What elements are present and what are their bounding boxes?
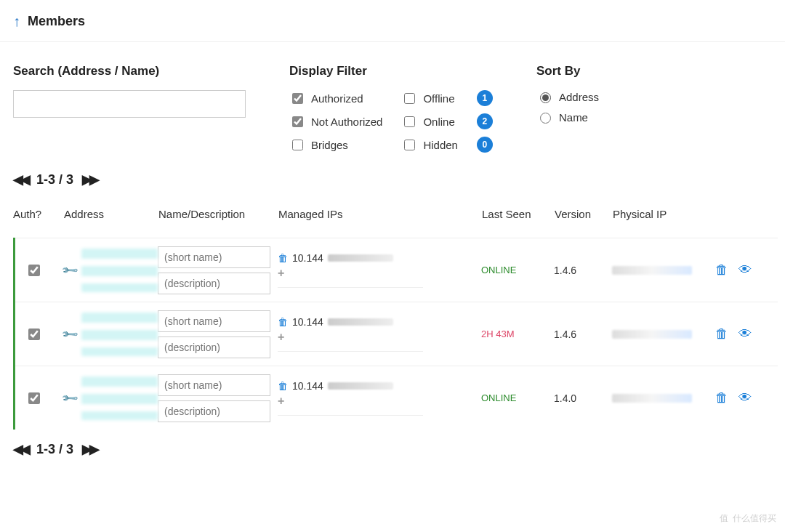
address-redacted — [81, 313, 158, 356]
table-row: 🔧 🗑 10.144 + 2H 43M 1.4.6 🗑 👁 — [15, 302, 778, 366]
version-cell: 1.4.6 — [554, 265, 612, 276]
pager-top: ◀◀ 1-3 / 3 ▶▶ — [0, 160, 785, 199]
pager-last-icon[interactable]: ▶▶ — [82, 172, 97, 188]
watermark-badge-icon: 值 — [720, 512, 728, 525]
managed-ip-prefix: 10.144 — [292, 252, 323, 264]
address-redacted — [81, 249, 158, 292]
auth-checkbox[interactable] — [28, 265, 40, 276]
hide-member-icon[interactable]: 👁 — [738, 326, 752, 342]
sort-address-label: Address — [559, 91, 599, 103]
wrench-icon[interactable]: 🔧 — [60, 260, 79, 279]
section-title: Members — [28, 14, 85, 29]
search-input[interactable] — [13, 90, 246, 118]
sort-name-radio[interactable] — [540, 113, 551, 124]
remove-ip-icon[interactable]: 🗑 — [278, 252, 288, 264]
add-ip-button[interactable]: + — [278, 395, 284, 408]
pager-range: 1-3 / 3 — [36, 442, 73, 457]
filter-title: Display Filter — [289, 64, 493, 78]
pager-range: 1-3 / 3 — [36, 172, 73, 188]
pager-first-icon[interactable]: ◀◀ — [13, 441, 28, 457]
online-count-badge: 2 — [477, 113, 493, 129]
filter-notauthorized[interactable]: Not Authorized — [289, 114, 382, 129]
wrench-icon[interactable]: 🔧 — [60, 324, 79, 343]
sort-address-radio[interactable] — [540, 92, 551, 103]
col-seen: Last Seen — [482, 208, 555, 220]
filter-hidden[interactable]: Hidden — [401, 137, 458, 153]
hidden-count-badge: 0 — [477, 137, 493, 153]
col-version: Version — [555, 208, 613, 220]
filter-hidden-checkbox[interactable] — [404, 140, 415, 150]
sort-name[interactable]: Name — [536, 110, 599, 124]
watermark: 值 什么值得买 — [720, 512, 776, 525]
pager-last-icon[interactable]: ▶▶ — [82, 441, 97, 457]
short-name-input[interactable] — [158, 246, 270, 268]
physical-ip-redacted — [612, 394, 692, 403]
col-address: Address — [64, 208, 158, 220]
filter-authorized-checkbox[interactable] — [292, 93, 303, 104]
managed-ip-prefix: 10.144 — [292, 380, 323, 392]
remove-ip-icon[interactable]: 🗑 — [278, 380, 288, 392]
filter-offline-checkbox[interactable] — [404, 93, 415, 104]
hide-member-icon[interactable]: 👁 — [738, 262, 752, 278]
version-cell: 1.4.6 — [554, 329, 612, 340]
physical-ip-redacted — [612, 330, 692, 339]
filter-notauthorized-checkbox[interactable] — [292, 116, 303, 127]
sort-column: Sort By Address Name — [536, 64, 599, 153]
members-rows: 🔧 🗑 10.144 + ONLINE 1.4.6 🗑 👁 🔧 — [13, 238, 778, 430]
filter-online-label: Online — [423, 116, 454, 128]
ip-divider — [278, 287, 423, 288]
pager-first-icon[interactable]: ◀◀ — [13, 172, 28, 188]
offline-count-badge: 1 — [477, 90, 493, 106]
sort-address[interactable]: Address — [536, 90, 599, 103]
filter-column: Display Filter Authorized Offline 1 Not … — [289, 64, 493, 153]
ip-redacted — [328, 318, 393, 326]
filter-offline[interactable]: Offline — [401, 91, 458, 106]
description-input[interactable] — [158, 273, 270, 294]
last-seen: 2H 43M — [481, 329, 554, 339]
wrench-icon[interactable]: 🔧 — [60, 388, 79, 407]
table-header: Auth? Address Name/Description Managed I… — [0, 199, 785, 238]
search-column: Search (Address / Name) — [13, 64, 246, 153]
managed-ip-prefix: 10.144 — [292, 316, 323, 328]
description-input[interactable] — [158, 336, 270, 358]
table-row: 🔧 🗑 10.144 + ONLINE 1.4.6 🗑 👁 — [15, 238, 778, 302]
auth-checkbox[interactable] — [28, 329, 40, 340]
col-auth: Auth? — [13, 208, 64, 220]
filter-bridges-label: Bridges — [311, 139, 348, 151]
delete-member-icon[interactable]: 🗑 — [715, 326, 728, 342]
ip-redacted — [328, 382, 393, 390]
filter-online[interactable]: Online — [401, 114, 458, 129]
table-row: 🔧 🗑 10.144 + ONLINE 1.4.0 🗑 👁 — [15, 366, 778, 430]
search-label: Search (Address / Name) — [13, 64, 246, 78]
add-ip-button[interactable]: + — [278, 267, 284, 280]
col-physical: Physical IP — [613, 208, 693, 220]
ip-redacted — [328, 254, 393, 262]
remove-ip-icon[interactable]: 🗑 — [278, 316, 288, 328]
collapse-up-icon[interactable]: ↑ — [13, 13, 20, 30]
filter-authorized[interactable]: Authorized — [289, 91, 382, 106]
add-ip-button[interactable]: + — [278, 331, 284, 344]
sort-title: Sort By — [536, 64, 599, 78]
panel-header[interactable]: ↑ Members — [0, 0, 785, 42]
short-name-input[interactable] — [158, 374, 270, 396]
short-name-input[interactable] — [158, 310, 270, 332]
auth-checkbox[interactable] — [28, 392, 40, 404]
last-seen: ONLINE — [481, 392, 554, 403]
address-redacted — [81, 376, 158, 420]
pager-bottom: ◀◀ 1-3 / 3 ▶▶ — [0, 430, 785, 469]
description-input[interactable] — [158, 400, 270, 422]
col-ips: Managed IPs — [278, 208, 482, 220]
filter-online-checkbox[interactable] — [404, 116, 415, 127]
sort-name-label: Name — [559, 111, 588, 124]
filter-bridges[interactable]: Bridges — [289, 137, 382, 153]
ip-divider — [278, 415, 423, 416]
version-cell: 1.4.0 — [554, 392, 612, 404]
hide-member-icon[interactable]: 👁 — [738, 390, 752, 406]
delete-member-icon[interactable]: 🗑 — [715, 262, 728, 278]
filter-authorized-label: Authorized — [311, 92, 363, 105]
col-name: Name/Description — [158, 208, 278, 220]
delete-member-icon[interactable]: 🗑 — [715, 390, 728, 406]
filter-hidden-label: Hidden — [423, 139, 458, 151]
filter-bridges-checkbox[interactable] — [292, 140, 303, 150]
watermark-text: 什么值得买 — [733, 512, 776, 525]
